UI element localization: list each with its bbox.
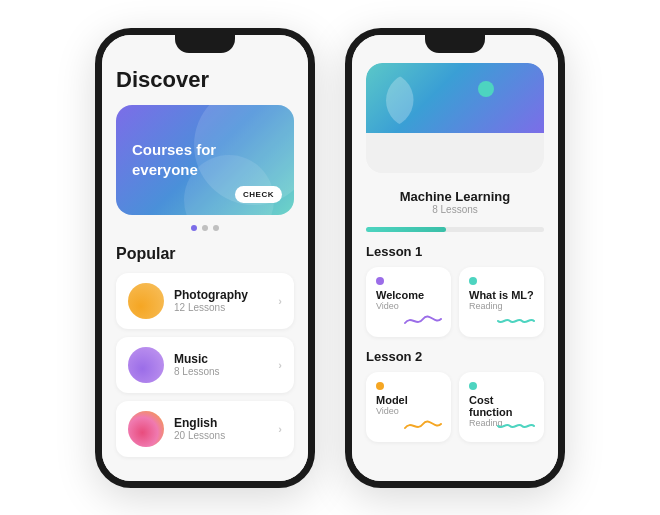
popular-label: Popular [116, 245, 294, 263]
english-lessons: 20 Lessons [174, 430, 278, 441]
what-is-ml-name: What is ML? [469, 289, 534, 301]
photography-chevron: › [278, 295, 282, 307]
photography-icon [128, 283, 164, 319]
lesson-card-cost-function[interactable]: Cost function Reading [459, 372, 544, 442]
ml-title-area: Machine Learning 8 Lessons [366, 183, 544, 219]
progress-bar-fill [366, 227, 446, 232]
music-chevron: › [278, 359, 282, 371]
english-info: English 20 Lessons [174, 416, 278, 441]
phone-discover-screen: Discover Courses for everyone CHECK Popu… [102, 35, 308, 481]
music-icon [128, 347, 164, 383]
dot-3 [213, 225, 219, 231]
phone-discover: Discover Courses for everyone CHECK Popu… [95, 28, 315, 488]
phone-ml: Machine Learning 8 Lessons Lesson 1 Welc… [345, 28, 565, 488]
what-is-ml-wave-icon [496, 309, 536, 329]
course-music[interactable]: Music 8 Lessons › [116, 337, 294, 393]
course-photography[interactable]: Photography 12 Lessons › [116, 273, 294, 329]
lesson-card-welcome[interactable]: Welcome Video [366, 267, 451, 337]
phone-ml-screen: Machine Learning 8 Lessons Lesson 1 Welc… [352, 35, 558, 481]
music-lessons: 8 Lessons [174, 366, 278, 377]
lesson-card-model[interactable]: Model Video [366, 372, 451, 442]
hero-text: Courses for everyone [132, 140, 232, 179]
dot-1 [191, 225, 197, 231]
model-name: Model [376, 394, 441, 406]
english-name: English [174, 416, 278, 430]
ml-course-title: Machine Learning [366, 189, 544, 204]
course-english[interactable]: English 20 Lessons › [116, 401, 294, 457]
lesson-card-what-is-ml[interactable]: What is ML? Reading [459, 267, 544, 337]
welcome-name: Welcome [376, 289, 441, 301]
what-is-ml-dot [469, 277, 477, 285]
english-chevron: › [278, 423, 282, 435]
lesson-1-grid: Welcome Video What is ML? Reading [366, 267, 544, 337]
music-info: Music 8 Lessons [174, 352, 278, 377]
welcome-wave-icon [403, 309, 443, 329]
lesson-2-grid: Model Video Cost function Reading [366, 372, 544, 442]
photography-lessons: 12 Lessons [174, 302, 278, 313]
model-dot [376, 382, 384, 390]
cost-function-wave-icon [496, 414, 536, 434]
model-wave-icon [403, 414, 443, 434]
carousel-dots [116, 225, 294, 231]
hero-check-button[interactable]: CHECK [235, 186, 282, 203]
welcome-dot [376, 277, 384, 285]
cost-function-dot [469, 382, 477, 390]
photography-info: Photography 12 Lessons [174, 288, 278, 313]
ml-course-lessons: 8 Lessons [366, 204, 544, 215]
photography-name: Photography [174, 288, 278, 302]
lesson-2-label: Lesson 2 [366, 349, 544, 364]
lesson-1-label: Lesson 1 [366, 244, 544, 259]
english-icon [128, 411, 164, 447]
dot-2 [202, 225, 208, 231]
ml-header-circle [478, 81, 494, 97]
ml-header [366, 63, 544, 173]
discover-title: Discover [116, 67, 294, 93]
music-name: Music [174, 352, 278, 366]
progress-bar-container [366, 227, 544, 232]
hero-banner[interactable]: Courses for everyone CHECK [116, 105, 294, 215]
